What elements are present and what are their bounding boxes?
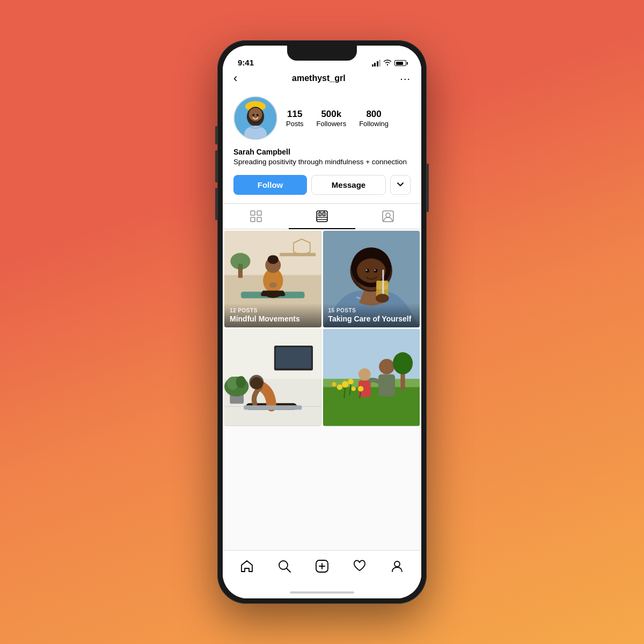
- svg-point-77: [392, 353, 412, 375]
- grid-item-3[interactable]: [224, 329, 321, 426]
- svg-point-70: [379, 359, 394, 375]
- heart-icon: [353, 559, 367, 573]
- avatar[interactable]: [233, 96, 277, 140]
- content-tab-bar: [223, 203, 421, 229]
- grid-item-4[interactable]: [323, 329, 420, 426]
- svg-point-30: [267, 255, 279, 264]
- svg-point-21: [386, 213, 390, 217]
- dropdown-button[interactable]: [390, 175, 411, 195]
- nav-search[interactable]: [273, 554, 296, 578]
- followers-label: Followers: [317, 120, 347, 128]
- svg-point-31: [269, 282, 277, 288]
- reels-icon: [316, 210, 328, 222]
- action-row: Follow Message: [233, 175, 411, 195]
- content-area: 12 POSTS Mindful Movements: [223, 229, 421, 550]
- following-stat[interactable]: 800 Following: [359, 109, 389, 128]
- volume-up-button: [215, 126, 217, 144]
- followers-stat[interactable]: 500k Followers: [317, 109, 347, 128]
- svg-point-7: [257, 114, 259, 116]
- posts-grid: 12 POSTS Mindful Movements: [223, 229, 421, 428]
- nav-profile[interactable]: [385, 554, 409, 578]
- status-icons: [372, 59, 407, 67]
- svg-point-64: [348, 379, 353, 384]
- svg-point-27: [230, 253, 250, 269]
- svg-point-41: [374, 269, 375, 271]
- grid-overlay-2: 15 POSTS Taking Care of Yourself: [323, 303, 420, 328]
- svg-rect-59: [244, 406, 302, 410]
- profile-section: 115 Posts 500k Followers 800 Following S…: [223, 91, 421, 203]
- svg-point-66: [351, 387, 355, 391]
- notch: [287, 46, 357, 61]
- svg-rect-11: [251, 217, 255, 222]
- following-label: Following: [359, 120, 389, 128]
- follow-button[interactable]: Follow: [233, 175, 307, 195]
- more-options-button[interactable]: ···: [400, 72, 411, 85]
- status-time: 9:41: [238, 58, 254, 67]
- grid-item-2[interactable]: 15 POSTS Taking Care of Yourself: [323, 231, 420, 328]
- profile-header: ‹ amethyst_grl ···: [223, 69, 421, 91]
- profile-username: amethyst_grl: [292, 74, 346, 83]
- back-button[interactable]: ‹: [233, 71, 237, 85]
- stats-row: 115 Posts 500k Followers 800 Following: [286, 109, 389, 128]
- svg-rect-62: [323, 387, 420, 426]
- tab-grid[interactable]: [223, 204, 289, 229]
- search-icon: [277, 559, 291, 573]
- bottom-nav: [223, 550, 421, 587]
- svg-rect-50: [276, 347, 311, 368]
- svg-rect-12: [257, 217, 261, 222]
- bio-name: Sarah Campbell: [233, 148, 411, 156]
- svg-line-79: [287, 568, 290, 572]
- svg-point-45: [375, 294, 389, 303]
- posts-label: Posts: [286, 120, 304, 128]
- nav-home[interactable]: [235, 554, 259, 578]
- power-button: [427, 164, 429, 212]
- home-bar: [290, 591, 354, 594]
- svg-point-72: [358, 369, 371, 381]
- svg-rect-10: [257, 211, 261, 215]
- svg-point-6: [252, 114, 254, 116]
- svg-point-74: [357, 386, 363, 392]
- posts-count-1: 12 POSTS: [230, 308, 316, 313]
- posts-count: 115: [287, 109, 302, 120]
- grid-overlay-1: 12 POSTS Mindful Movements: [224, 303, 321, 328]
- svg-rect-9: [251, 211, 255, 215]
- tagged-icon: [382, 210, 394, 222]
- tab-tagged[interactable]: [355, 204, 421, 229]
- svg-point-54: [236, 376, 246, 389]
- home-indicator: [223, 587, 421, 598]
- svg-point-63: [342, 381, 348, 387]
- svg-point-67: [332, 382, 336, 386]
- post-title-2: Taking Care of Yourself: [328, 314, 415, 324]
- nav-create[interactable]: [310, 554, 334, 578]
- wifi-icon: [383, 59, 392, 67]
- posts-stat[interactable]: 115 Posts: [286, 109, 304, 128]
- bio-section: Sarah Campbell Spreading positivity thro…: [233, 148, 411, 167]
- chevron-down-icon: [397, 182, 404, 187]
- svg-point-40: [365, 269, 367, 271]
- create-icon: [315, 559, 329, 573]
- home-icon: [240, 559, 254, 573]
- battery-icon: [394, 60, 406, 66]
- svg-point-65: [336, 385, 342, 390]
- grid-icon: [250, 210, 262, 222]
- svg-point-58: [249, 375, 264, 390]
- svg-rect-71: [378, 375, 395, 397]
- tab-reels[interactable]: [289, 204, 355, 229]
- bio-text: Spreading positivity through mindfulness…: [233, 157, 411, 167]
- stretch-image: [224, 329, 321, 426]
- posts-count-2: 15 POSTS: [328, 308, 415, 313]
- message-button[interactable]: Message: [311, 175, 386, 195]
- volume-down-button: [215, 150, 217, 182]
- following-count: 800: [366, 109, 381, 120]
- signal-icon: [372, 60, 381, 67]
- silent-button: [215, 188, 217, 220]
- followers-count: 500k: [321, 109, 341, 120]
- svg-point-83: [394, 561, 400, 567]
- grid-item-1[interactable]: 12 POSTS Mindful Movements: [224, 231, 321, 328]
- phone-screen: 9:41: [223, 46, 421, 598]
- phone-device: 9:41: [217, 40, 427, 604]
- garden-image: [323, 329, 420, 426]
- profile-icon: [390, 559, 404, 573]
- profile-top: 115 Posts 500k Followers 800 Following: [233, 96, 411, 140]
- nav-heart[interactable]: [348, 554, 371, 578]
